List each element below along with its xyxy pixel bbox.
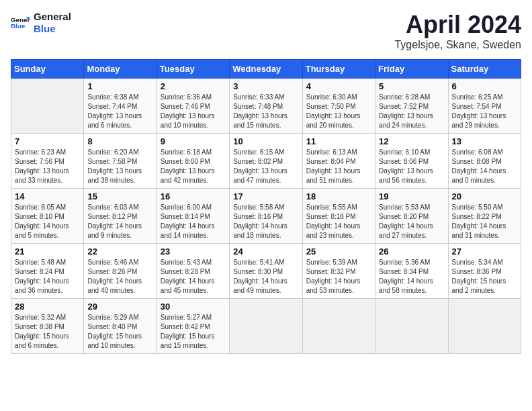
month-title: April 2024	[394, 11, 521, 39]
day-number: 11	[306, 136, 371, 146]
calendar-cell	[230, 299, 302, 354]
cell-details: Sunrise: 5:48 AMSunset: 8:24 PMDaylight:…	[15, 258, 80, 295]
day-number: 12	[379, 136, 444, 146]
calendar-cell: 16Sunrise: 6:00 AMSunset: 8:14 PMDayligh…	[157, 189, 229, 244]
logo-general-text: General	[34, 11, 71, 23]
cell-details: Sunrise: 5:32 AMSunset: 8:38 PMDaylight:…	[15, 313, 80, 351]
svg-text:Blue: Blue	[11, 22, 26, 30]
calendar-cell: 25Sunrise: 5:39 AMSunset: 8:32 PMDayligh…	[302, 244, 375, 299]
calendar-cell: 4Sunrise: 6:30 AMSunset: 7:50 PMDaylight…	[302, 79, 375, 134]
day-number: 3	[233, 81, 298, 91]
calendar-cell: 28Sunrise: 5:32 AMSunset: 8:38 PMDayligh…	[11, 299, 84, 354]
header-wednesday: Wednesday	[230, 60, 302, 79]
cell-details: Sunrise: 5:29 AMSunset: 8:40 PMDaylight:…	[87, 313, 152, 351]
day-number: 30	[161, 302, 226, 312]
header-sunday: Sunday	[11, 60, 84, 79]
day-number: 7	[15, 136, 80, 146]
week-row-2: 7Sunrise: 6:23 AMSunset: 7:56 PMDaylight…	[11, 134, 521, 189]
day-number: 2	[161, 81, 226, 91]
week-row-1: 1Sunrise: 6:38 AMSunset: 7:44 PMDaylight…	[11, 79, 521, 134]
calendar-cell: 3Sunrise: 6:33 AMSunset: 7:48 PMDaylight…	[230, 79, 302, 134]
header-tuesday: Tuesday	[157, 60, 229, 79]
week-row-4: 21Sunrise: 5:48 AMSunset: 8:24 PMDayligh…	[11, 244, 521, 299]
calendar-cell: 10Sunrise: 6:15 AMSunset: 8:02 PMDayligh…	[230, 134, 302, 189]
day-number: 19	[379, 191, 444, 201]
cell-details: Sunrise: 5:27 AMSunset: 8:42 PMDaylight:…	[161, 313, 226, 351]
logo-blue-text: Blue	[34, 23, 71, 35]
calendar-cell: 27Sunrise: 5:34 AMSunset: 8:36 PMDayligh…	[448, 244, 521, 299]
cell-details: Sunrise: 6:00 AMSunset: 8:14 PMDaylight:…	[161, 203, 226, 240]
calendar-cell: 7Sunrise: 6:23 AMSunset: 7:56 PMDaylight…	[11, 134, 84, 189]
title-block: April 2024 Tygelsjoe, Skane, Sweden	[394, 11, 521, 51]
cell-details: Sunrise: 6:08 AMSunset: 8:08 PMDaylight:…	[452, 148, 517, 185]
cell-details: Sunrise: 5:36 AMSunset: 8:34 PMDaylight:…	[379, 258, 444, 295]
cell-details: Sunrise: 6:38 AMSunset: 7:44 PMDaylight:…	[87, 93, 152, 130]
calendar-cell: 9Sunrise: 6:18 AMSunset: 8:00 PMDaylight…	[157, 134, 229, 189]
day-number: 23	[161, 246, 226, 257]
cell-details: Sunrise: 5:46 AMSunset: 8:26 PMDaylight:…	[87, 258, 152, 295]
calendar-cell: 6Sunrise: 6:25 AMSunset: 7:54 PMDaylight…	[448, 79, 521, 134]
calendar-cell: 13Sunrise: 6:08 AMSunset: 8:08 PMDayligh…	[448, 134, 521, 189]
cell-details: Sunrise: 6:23 AMSunset: 7:56 PMDaylight:…	[15, 148, 80, 185]
calendar-cell: 21Sunrise: 5:48 AMSunset: 8:24 PMDayligh…	[11, 244, 84, 299]
day-number: 9	[161, 136, 226, 146]
calendar-header-row: SundayMondayTuesdayWednesdayThursdayFrid…	[11, 60, 521, 79]
day-number: 6	[452, 81, 517, 91]
day-number: 21	[15, 246, 80, 257]
cell-details: Sunrise: 6:33 AMSunset: 7:48 PMDaylight:…	[233, 93, 298, 130]
day-number: 13	[452, 136, 517, 146]
cell-details: Sunrise: 6:10 AMSunset: 8:06 PMDaylight:…	[379, 148, 444, 185]
calendar-cell: 1Sunrise: 6:38 AMSunset: 7:44 PMDaylight…	[84, 79, 157, 134]
day-number: 4	[306, 81, 371, 91]
calendar-cell: 26Sunrise: 5:36 AMSunset: 8:34 PMDayligh…	[375, 244, 448, 299]
calendar-cell: 29Sunrise: 5:29 AMSunset: 8:40 PMDayligh…	[84, 299, 157, 354]
day-number: 16	[161, 191, 226, 201]
calendar-cell: 11Sunrise: 6:13 AMSunset: 8:04 PMDayligh…	[302, 134, 375, 189]
calendar-cell	[448, 299, 521, 354]
header-saturday: Saturday	[448, 60, 521, 79]
cell-details: Sunrise: 5:41 AMSunset: 8:30 PMDaylight:…	[233, 258, 298, 295]
location-text: Tygelsjoe, Skane, Sweden	[394, 39, 521, 51]
calendar-cell: 22Sunrise: 5:46 AMSunset: 8:26 PMDayligh…	[84, 244, 157, 299]
header-monday: Monday	[84, 60, 157, 79]
day-number: 18	[306, 191, 371, 201]
cell-details: Sunrise: 6:28 AMSunset: 7:52 PMDaylight:…	[379, 93, 444, 130]
calendar-cell: 18Sunrise: 5:55 AMSunset: 8:18 PMDayligh…	[302, 189, 375, 244]
page-header: General Blue General Blue April 2024 Tyg…	[11, 11, 521, 51]
calendar-cell	[11, 79, 84, 134]
cell-details: Sunrise: 6:03 AMSunset: 8:12 PMDaylight:…	[87, 203, 152, 240]
logo: General Blue General Blue	[11, 11, 71, 35]
calendar-cell: 12Sunrise: 6:10 AMSunset: 8:06 PMDayligh…	[375, 134, 448, 189]
day-number: 22	[87, 246, 152, 257]
calendar-cell: 30Sunrise: 5:27 AMSunset: 8:42 PMDayligh…	[157, 299, 229, 354]
day-number: 20	[452, 191, 517, 201]
calendar-cell: 17Sunrise: 5:58 AMSunset: 8:16 PMDayligh…	[230, 189, 302, 244]
week-row-3: 14Sunrise: 6:05 AMSunset: 8:10 PMDayligh…	[11, 189, 521, 244]
day-number: 27	[452, 246, 517, 257]
calendar-cell	[302, 299, 375, 354]
day-number: 1	[87, 81, 152, 91]
cell-details: Sunrise: 6:05 AMSunset: 8:10 PMDaylight:…	[15, 203, 80, 240]
day-number: 17	[233, 191, 298, 201]
day-number: 29	[87, 302, 152, 312]
cell-details: Sunrise: 6:15 AMSunset: 8:02 PMDaylight:…	[233, 148, 298, 185]
header-friday: Friday	[375, 60, 448, 79]
cell-details: Sunrise: 5:53 AMSunset: 8:20 PMDaylight:…	[379, 203, 444, 240]
day-number: 14	[15, 191, 80, 201]
logo-icon: General Blue	[11, 13, 30, 32]
cell-details: Sunrise: 5:55 AMSunset: 8:18 PMDaylight:…	[306, 203, 371, 240]
day-number: 10	[233, 136, 298, 146]
day-number: 26	[379, 246, 444, 257]
day-number: 5	[379, 81, 444, 91]
calendar-cell: 5Sunrise: 6:28 AMSunset: 7:52 PMDaylight…	[375, 79, 448, 134]
header-thursday: Thursday	[302, 60, 375, 79]
day-number: 28	[15, 302, 80, 312]
day-number: 24	[233, 246, 298, 257]
cell-details: Sunrise: 6:20 AMSunset: 7:58 PMDaylight:…	[87, 148, 152, 185]
cell-details: Sunrise: 5:34 AMSunset: 8:36 PMDaylight:…	[452, 258, 517, 295]
cell-details: Sunrise: 6:25 AMSunset: 7:54 PMDaylight:…	[452, 93, 517, 130]
calendar-cell: 8Sunrise: 6:20 AMSunset: 7:58 PMDaylight…	[84, 134, 157, 189]
cell-details: Sunrise: 5:43 AMSunset: 8:28 PMDaylight:…	[161, 258, 226, 295]
cell-details: Sunrise: 6:13 AMSunset: 8:04 PMDaylight:…	[306, 148, 371, 185]
cell-details: Sunrise: 5:39 AMSunset: 8:32 PMDaylight:…	[306, 258, 371, 295]
